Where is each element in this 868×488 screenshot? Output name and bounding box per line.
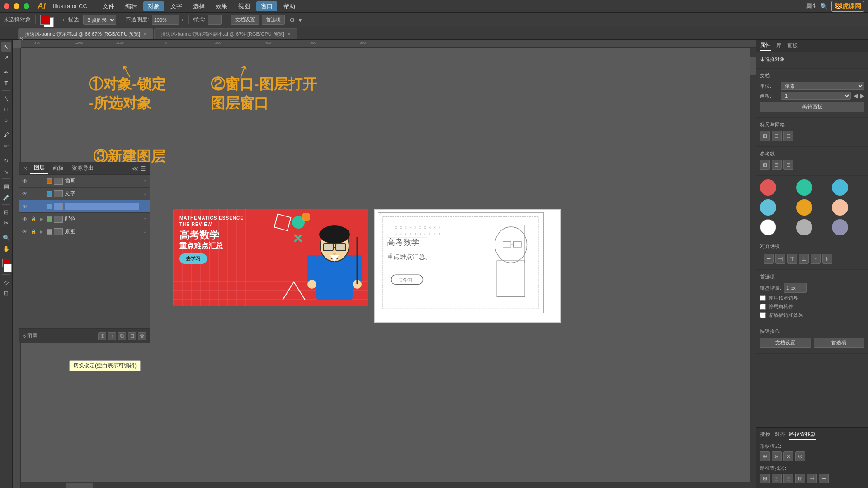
panel-menu[interactable]: ☰ [140, 165, 146, 172]
quick-preferences[interactable]: 首选项 [814, 338, 865, 348]
bottom-tab-transform[interactable]: 变换 [760, 430, 771, 440]
eyedropper-tool[interactable]: 💉 [1, 192, 11, 202]
color-swatch-lightblue[interactable] [760, 199, 776, 216]
layer-lock-color[interactable]: 🔒 [30, 216, 37, 221]
pen-tool[interactable]: ✒ [1, 67, 11, 77]
layer-expand-color[interactable]: ▶ [38, 216, 45, 221]
menu-effect[interactable]: 效果 [211, 1, 232, 11]
slice-tool[interactable]: ✂ [1, 218, 11, 228]
doc-settings-button[interactable]: 文档设置 [231, 15, 259, 25]
menu-object[interactable]: 对象 [143, 1, 164, 11]
scale-tool[interactable]: ⤡ [1, 166, 11, 176]
duplicate-layer-btn[interactable]: ⧉ [118, 332, 126, 340]
move-layer-btn[interactable]: ↑ [108, 332, 116, 340]
menu-edit[interactable]: 编辑 [121, 1, 142, 11]
layer-eye-editing[interactable]: 👁 [21, 203, 28, 210]
guide-icon-2[interactable]: ⊟ [772, 160, 782, 170]
menu-window[interactable]: 窗口 [256, 1, 277, 11]
shape-unite[interactable]: ⊕ [760, 451, 770, 461]
layer-row-original[interactable]: 👁 🔒 ▶ 原图 ○ [19, 225, 150, 238]
screen-mode[interactable]: ⊡ [1, 288, 11, 298]
hand-tool[interactable]: ✋ [1, 244, 11, 253]
style-swatch[interactable] [208, 15, 222, 25]
right-tab-artboard[interactable]: 画板 [787, 41, 798, 51]
pf-divide[interactable]: ⊠ [760, 474, 770, 483]
type-tool[interactable]: T [1, 78, 11, 88]
scale-effects-check[interactable] [760, 312, 766, 318]
stroke-color[interactable] [4, 264, 12, 272]
quick-doc-settings[interactable]: 文档设置 [760, 338, 811, 348]
gradient-tool[interactable]: ▤ [1, 181, 11, 191]
guide-icon-1[interactable]: ⊞ [760, 160, 770, 170]
align-center-v[interactable]: ⊦ [811, 254, 821, 264]
merge-layer-btn[interactable]: ⊞ [128, 332, 136, 340]
panel-tab-artboards[interactable]: 画板 [49, 164, 67, 173]
hscroll-thumb[interactable] [66, 483, 93, 488]
layer-circle-original[interactable]: ○ [142, 229, 148, 234]
direct-selection-tool[interactable]: ↗ [1, 52, 11, 62]
selection-tool[interactable]: ↖ [1, 42, 11, 52]
color-swatch-gray[interactable] [796, 219, 812, 235]
layer-eye-text[interactable]: 👁 [21, 191, 28, 197]
corner-widgets-check[interactable] [760, 304, 766, 310]
align-center-h[interactable]: ⊣ [775, 254, 785, 264]
layer-expand-original[interactable]: ▶ [38, 229, 45, 234]
rotate-tool[interactable]: ↻ [1, 155, 11, 165]
line-tool[interactable]: ╲ [1, 93, 11, 103]
layer-circle-editing[interactable]: ○ [142, 204, 148, 209]
shape-intersect[interactable]: ⊗ [783, 451, 793, 461]
tab-1-close[interactable]: ✕ [287, 32, 291, 37]
pf-merge[interactable]: ⊟ [783, 474, 793, 483]
layer-circle-text[interactable]: ○ [142, 191, 148, 196]
new-layer-btn[interactable]: ⊕ [98, 332, 106, 340]
close-button[interactable] [4, 3, 9, 9]
layer-eye-color[interactable]: 👁 [21, 216, 28, 222]
color-swatch-red[interactable] [760, 179, 776, 196]
color-swatch-peach[interactable] [832, 199, 848, 216]
pf-outline[interactable]: ⊣ [807, 474, 817, 483]
minimize-button[interactable] [14, 3, 19, 9]
ruler-icon-2[interactable]: ⊟ [772, 131, 782, 141]
search-icon[interactable]: 🔍 [820, 3, 828, 10]
layer-row-illustration[interactable]: 👁 插画 ○ [19, 175, 150, 188]
pf-trim[interactable]: ⊡ [772, 474, 782, 483]
unit-select[interactable]: 像素 毫米 厘米 [781, 82, 864, 90]
edit-artboard-button[interactable]: 编辑画板 [760, 102, 864, 112]
pencil-tool[interactable]: ✏ [1, 141, 11, 150]
color-swatch-orange[interactable] [796, 199, 812, 216]
preferences-button[interactable]: 首选项 [262, 15, 285, 25]
panel-tab-export[interactable]: 资源导出 [68, 164, 97, 173]
layer-row-text[interactable]: 👁 文字 ○ [19, 188, 150, 200]
right-tab-properties[interactable]: 属性 [760, 41, 771, 51]
ruler-icon-1[interactable]: ⊞ [760, 131, 770, 141]
pf-crop[interactable]: ⊞ [795, 474, 805, 483]
artboard-prev[interactable]: ◀ [854, 93, 858, 99]
color-swatch-purple-gray[interactable] [832, 219, 848, 235]
stroke-type-select[interactable]: 3 点圆形 1 点 2 点 [83, 15, 116, 25]
tab-1[interactable]: 插边风-banner演示稿的副本.ai @ 67% [RGB/GPU 预览] ✕ [154, 28, 297, 39]
delete-layer-btn[interactable]: 🗑 [138, 332, 146, 340]
color-swatch-white[interactable] [760, 219, 776, 235]
bottom-tab-pathfinder[interactable]: 路径查找器 [789, 430, 816, 440]
layer-eye-original[interactable]: 👁 [21, 229, 28, 235]
tab-0[interactable]: 插边风-banner演示稿.ai @ 66.67% [RGB/GPU 预览] ✕ [18, 28, 153, 39]
layer-name-input[interactable] [65, 202, 140, 211]
ellipse-tool[interactable]: ○ [1, 115, 11, 125]
tab-0-close[interactable]: ✕ [143, 32, 146, 37]
vscroll-thumb[interactable] [750, 57, 756, 75]
ruler-icon-3[interactable]: ⊡ [783, 131, 793, 141]
artboard-select[interactable]: 1 [781, 92, 851, 100]
shape-exclude[interactable]: ⊘ [795, 451, 805, 461]
draw-mode[interactable]: ◇ [1, 277, 11, 287]
panel-collapse[interactable]: ✕ [23, 165, 28, 172]
bottom-tab-align[interactable]: 对齐 [774, 430, 785, 440]
artboard-tool[interactable]: ⊞ [1, 207, 11, 217]
panel-collapse-arrow[interactable]: ≪ [132, 165, 138, 172]
color-swatch-blue[interactable] [832, 179, 848, 196]
menu-file[interactable]: 文件 [98, 1, 119, 11]
keyboard-input[interactable] [784, 283, 807, 293]
fill-swatch[interactable] [40, 15, 50, 25]
opacity-input[interactable] [152, 15, 179, 25]
color-swatch-teal[interactable] [796, 179, 812, 196]
right-tab-library[interactable]: 库 [776, 41, 782, 51]
